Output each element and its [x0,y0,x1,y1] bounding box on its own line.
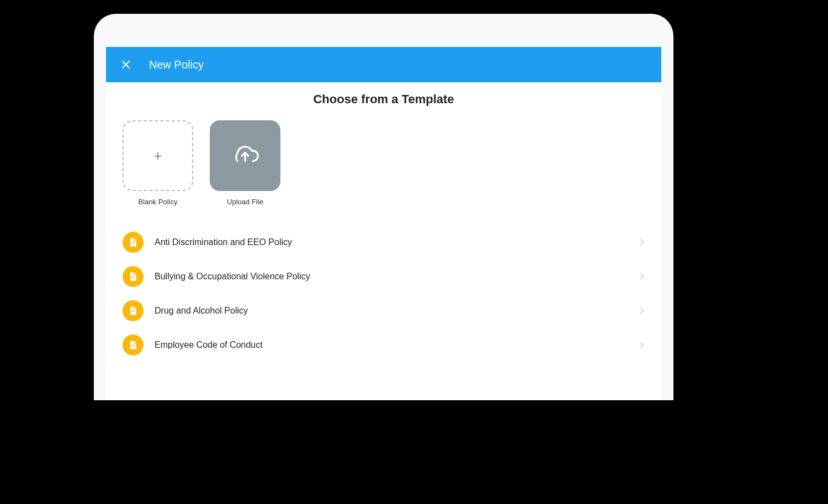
header-bar: New Policy [106,47,661,82]
card-wrapper-blank: + Blank Policy [123,120,193,206]
card-wrapper-upload: Upload File [210,120,280,206]
main-content: Choose from a Template + Blank Policy [106,82,661,367]
chevron-right-icon [639,341,645,349]
template-label: Employee Code of Conduct [155,340,628,350]
section-title: Choose from a Template [123,92,645,107]
app-screen: New Policy Choose from a Template + Blan… [106,47,661,400]
plus-icon: + [153,147,162,165]
document-icon [123,300,144,321]
cloud-upload-icon [230,139,261,172]
blank-policy-label: Blank Policy [139,198,178,206]
chevron-right-icon [639,238,645,246]
laptop-base [41,400,726,431]
template-label: Drug and Alcohol Policy [155,306,628,316]
upload-file-card[interactable] [210,120,280,191]
template-item-bullying[interactable]: Bullying & Occupational Violence Policy [123,265,645,288]
document-icon [123,335,144,356]
close-icon[interactable] [119,58,132,71]
laptop-frame: New Policy Choose from a Template + Blan… [94,14,673,400]
cards-row: + Blank Policy Upload [123,120,645,206]
chevron-right-icon [639,273,645,280]
template-list: Anti Discrimination and EEO Policy [123,231,645,357]
blank-policy-card[interactable]: + [123,120,193,191]
laptop-shadow [41,414,726,431]
template-label: Bullying & Occupational Violence Policy [155,272,628,282]
chevron-right-icon [639,307,645,315]
document-icon [123,232,144,253]
upload-file-label: Upload File [227,198,263,206]
template-item-code-conduct[interactable]: Employee Code of Conduct [123,333,645,357]
template-item-drug-alcohol[interactable]: Drug and Alcohol Policy [123,299,645,322]
template-item-anti-discrimination[interactable]: Anti Discrimination and EEO Policy [123,231,645,254]
document-icon [123,266,144,287]
page-title: New Policy [149,59,204,71]
template-label: Anti Discrimination and EEO Policy [155,237,628,247]
